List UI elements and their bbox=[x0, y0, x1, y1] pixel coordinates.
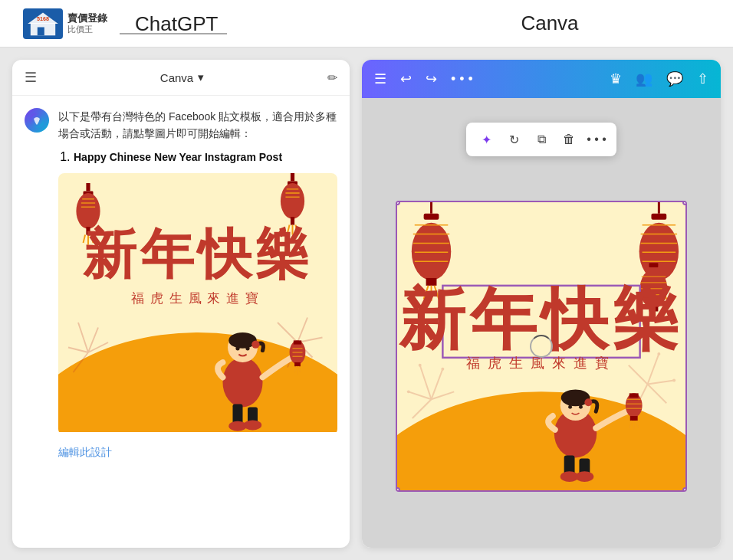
svg-text:5168: 5168 bbox=[37, 15, 49, 22]
svg-rect-88 bbox=[651, 213, 666, 219]
svg-text:福虎生風來進寶: 福虎生風來進寶 bbox=[131, 291, 265, 306]
svg-point-113 bbox=[579, 404, 583, 408]
left-panel-body: 以下是帶有台灣特色的 Facebook 貼文模板，適合用於多種場合或活動，請點擊… bbox=[12, 96, 350, 548]
message-intro: 以下是帶有台灣特色的 Facebook 貼文模板，適合用於多種場合或活動，請點擊… bbox=[58, 108, 337, 142]
copy-tool[interactable]: ⧉ bbox=[529, 127, 554, 152]
svg-point-57 bbox=[244, 420, 261, 430]
svg-point-127 bbox=[576, 471, 594, 482]
svg-point-42 bbox=[235, 346, 239, 350]
canva-title: Canva bbox=[382, 11, 718, 35]
message-content: 以下是帶有台灣特色的 Facebook 貼文模板，適合用於多種場合或活動，請點擊… bbox=[58, 108, 337, 460]
svg-rect-120 bbox=[630, 416, 638, 421]
left-panel-header: ☰ Canva ▾ ✏ bbox=[12, 60, 350, 96]
crown-icon[interactable]: ♛ bbox=[610, 70, 622, 87]
svg-rect-76 bbox=[424, 213, 439, 219]
logo-icon: 5168 bbox=[23, 8, 63, 39]
chatgpt-title: ChatGPT bbox=[135, 12, 227, 36]
redo-icon[interactable]: ↪ bbox=[426, 70, 437, 87]
more-options-icon[interactable]: • • • bbox=[451, 71, 473, 87]
loading-spinner bbox=[530, 335, 553, 358]
left-panel: ☰ Canva ▾ ✏ bbox=[12, 60, 350, 548]
selection-handle-br bbox=[682, 487, 687, 492]
right-panel: ☰ ↩ ↪ • • • ♛ 👥 💬 ⇧ ✦ ↻ ⧉ 🗑 • • • bbox=[362, 60, 721, 548]
svg-rect-27 bbox=[291, 173, 294, 181]
svg-rect-46 bbox=[294, 340, 301, 344]
canva-canvas: ✦ ↻ ⧉ 🗑 • • • bbox=[362, 98, 721, 548]
edit-icon[interactable]: ✏ bbox=[327, 70, 337, 85]
svg-rect-17 bbox=[86, 183, 90, 191]
undo-icon[interactable]: ↩ bbox=[400, 70, 412, 87]
svg-point-74 bbox=[672, 378, 675, 382]
svg-point-66 bbox=[407, 390, 410, 393]
svg-point-44 bbox=[251, 340, 259, 348]
logo: 5168 賣價登錄 比價王 bbox=[23, 8, 107, 39]
message-row: 以下是帶有台灣特色的 Facebook 貼文模板，適合用於多種場合或活動，請點擊… bbox=[25, 108, 337, 460]
svg-rect-2 bbox=[38, 27, 44, 35]
svg-point-67 bbox=[441, 367, 444, 370]
selection-handle-tr bbox=[682, 201, 687, 205]
dropdown-arrow-icon: ▾ bbox=[198, 70, 204, 84]
canva-dropdown[interactable]: Canva ▾ bbox=[160, 70, 204, 84]
main-content: ☰ Canva ▾ ✏ bbox=[0, 47, 733, 560]
toolbar-right-icons: ♛ 👥 💬 ⇧ bbox=[610, 70, 708, 87]
delete-tool[interactable]: 🗑 bbox=[557, 127, 581, 152]
svg-rect-116 bbox=[629, 393, 639, 398]
toolbar-left-icons: ☰ ↩ ↪ • • • bbox=[374, 70, 473, 87]
template-thumbnail[interactable]: 新年快樂 福虎生風來進寶 bbox=[58, 173, 337, 435]
users-icon[interactable]: 👥 bbox=[636, 70, 652, 87]
svg-point-43 bbox=[245, 346, 249, 350]
svg-rect-50 bbox=[294, 362, 301, 366]
svg-rect-99 bbox=[649, 263, 659, 267]
svg-point-112 bbox=[568, 404, 572, 408]
svg-point-19 bbox=[76, 193, 100, 229]
hamburger-icon[interactable]: ☰ bbox=[25, 69, 37, 86]
svg-point-39 bbox=[223, 357, 263, 407]
comment-icon[interactable]: 💬 bbox=[666, 70, 683, 87]
template-canvas[interactable]: 新年快樂 福虎生風來進寶 bbox=[396, 201, 687, 492]
logo-text-line1: 賣價登錄 bbox=[67, 12, 107, 25]
floating-toolbar: ✦ ↻ ⧉ 🗑 • • • bbox=[466, 123, 616, 156]
logo-text-line2: 比價王 bbox=[67, 25, 107, 34]
svg-point-65 bbox=[419, 363, 422, 366]
svg-point-77 bbox=[412, 222, 451, 280]
magic-tool[interactable]: ✦ bbox=[474, 127, 498, 152]
edit-link[interactable]: 編輯此設計 bbox=[58, 446, 337, 460]
share-icon[interactable]: ⇧ bbox=[697, 70, 708, 87]
canva-dropdown-label: Canva bbox=[160, 71, 193, 84]
top-bar: 5168 賣價登錄 比價王 ChatGPT Canva bbox=[0, 0, 733, 47]
canva-toolbar: ☰ ↩ ↪ • • • ♛ 👥 💬 ⇧ bbox=[362, 60, 721, 98]
rotate-tool[interactable]: ↻ bbox=[501, 127, 526, 152]
logo-text: 賣價登錄 比價王 bbox=[67, 12, 107, 34]
more-tool[interactable]: • • • bbox=[584, 127, 609, 152]
svg-point-29 bbox=[281, 183, 304, 219]
svg-point-114 bbox=[584, 398, 592, 406]
template-title: Happy Chinese New Year Instagram Post bbox=[74, 151, 282, 163]
menu-icon[interactable]: ☰ bbox=[374, 70, 386, 87]
svg-text:新年快樂: 新年快樂 bbox=[83, 224, 314, 284]
canva-avatar bbox=[25, 108, 49, 133]
